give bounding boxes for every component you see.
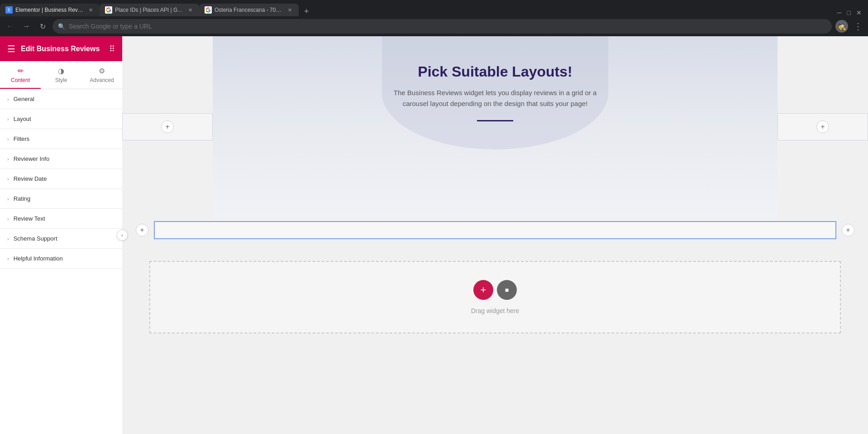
accordion-review-date: › Review Date (0, 169, 122, 189)
profile-button[interactable]: 🕵 (835, 20, 848, 33)
drop-zone[interactable]: + ■ Drag widget here (149, 261, 841, 333)
accordion-schema-support-arrow: › (7, 236, 9, 241)
accordion-helpful-info-arrow: › (7, 256, 9, 261)
accordion-layout-label: Layout (14, 116, 31, 122)
reload-button[interactable]: ↻ (36, 20, 49, 33)
style-tab-icon: ◑ (58, 67, 64, 75)
accordion-filters-label: Filters (14, 135, 29, 142)
tab-favicon-3 (205, 6, 212, 14)
accordion-review-date-label: Review Date (14, 175, 47, 182)
browser-chrome: E Elementor | Business Reviews ✕ Place I… (0, 0, 868, 36)
maximize-button[interactable]: □ (844, 9, 854, 16)
main-layout: ☰ Edit Business Reviews ⠿ ✏ Content ◑ St… (0, 36, 868, 434)
close-button[interactable]: ✕ (854, 9, 864, 16)
tab-title-1: Elementor | Business Reviews (15, 7, 84, 13)
tab-close-1[interactable]: ✕ (87, 6, 94, 14)
accordion-helpful-info: › Helpful Information (0, 249, 122, 269)
section-options-button[interactable]: ■ (497, 280, 517, 300)
content-tab-icon: ✏ (18, 67, 24, 75)
tab-close-2[interactable]: ✕ (186, 6, 194, 14)
accordion-rating-header[interactable]: › Rating (0, 189, 122, 208)
minimize-button[interactable]: ─ (835, 9, 844, 16)
accordion-layout: › Layout (0, 109, 122, 129)
left-col-add-button[interactable]: + (161, 121, 174, 133)
hero-divider (477, 120, 513, 121)
tab-style[interactable]: ◑ Style (41, 61, 81, 89)
accordion-review-text-header[interactable]: › Review Text (0, 209, 122, 228)
add-widget-button[interactable]: + (473, 280, 493, 300)
accordion-reviewer-info-label: Reviewer Info (14, 155, 49, 162)
accordion-review-date-header[interactable]: › Review Date (0, 169, 122, 188)
widget-row: + + (122, 217, 868, 243)
tab-content[interactable]: ✏ Content (0, 61, 41, 89)
drag-widget-label: Drag widget here (471, 307, 520, 314)
tab-favicon-2 (105, 6, 112, 14)
back-button[interactable]: ← (4, 20, 16, 33)
accordion-filters-arrow: › (7, 136, 9, 142)
url-input[interactable] (69, 23, 826, 30)
sidebar-collapse-button[interactable]: ‹ (117, 230, 128, 241)
browser-tabs: E Elementor | Business Reviews ✕ Place I… (0, 0, 868, 16)
accordion-general-header[interactable]: › General (0, 89, 122, 109)
widget-drop-area[interactable] (154, 221, 836, 239)
right-col-inner: + (777, 113, 868, 140)
browser-tab-3[interactable]: Osteria Francescana - 705 Photo... ✕ (199, 4, 299, 16)
tab-close-3[interactable]: ✕ (286, 6, 293, 14)
style-tab-label: Style (55, 77, 67, 83)
sidebar-title: Edit Business Reviews (21, 45, 104, 53)
accordion-rating-arrow: › (7, 196, 9, 202)
left-col-inner: + (122, 113, 213, 140)
accordion-helpful-info-label: Helpful Information (14, 255, 63, 262)
accordion-general-arrow: › (7, 96, 9, 102)
right-col-placeholder: + (777, 36, 868, 217)
sidebar-tabs: ✏ Content ◑ Style ⚙ Advanced (0, 61, 122, 89)
tab-advanced[interactable]: ⚙ Advanced (81, 61, 122, 89)
accordion-layout-arrow: › (7, 116, 9, 122)
browser-tab-1[interactable]: E Elementor | Business Reviews ✕ (0, 4, 100, 16)
drop-zone-section: + ■ Drag widget here (122, 243, 868, 352)
address-bar: 🔍 (52, 19, 832, 34)
accordion-schema-support-label: Schema Support (14, 235, 57, 242)
accordion-review-date-arrow: › (7, 176, 9, 182)
canvas: + Pick Suitable Layouts! The Business Re… (122, 36, 868, 434)
accordion-filters: › Filters (0, 129, 122, 149)
accordion-rating-label: Rating (14, 195, 31, 202)
new-tab-button[interactable]: + (300, 7, 313, 16)
forward-button[interactable]: → (20, 20, 33, 33)
advanced-tab-icon: ⚙ (99, 67, 105, 75)
content-tab-label: Content (11, 77, 30, 83)
window-controls: ─ □ ✕ (835, 9, 868, 16)
lock-icon: 🔍 (58, 23, 65, 30)
accordion-review-text-label: Review Text (14, 215, 45, 222)
sidebar: ☰ Edit Business Reviews ⠿ ✏ Content ◑ St… (0, 36, 122, 434)
accordion-helpful-info-header[interactable]: › Helpful Information (0, 249, 122, 268)
accordion-layout-header[interactable]: › Layout (0, 109, 122, 129)
accordion-reviewer-info-arrow: › (7, 156, 9, 162)
accordion-schema-support: › Schema Support (0, 229, 122, 249)
widget-row-left-add-button[interactable]: + (136, 224, 148, 236)
advanced-tab-label: Advanced (90, 77, 114, 83)
accordion-schema-support-header[interactable]: › Schema Support (0, 229, 122, 248)
accordion-review-text: › Review Text (0, 209, 122, 229)
right-col-add-button[interactable]: + (816, 121, 829, 133)
accordion-reviewer-info: › Reviewer Info (0, 149, 122, 169)
hero-section: Pick Suitable Layouts! The Business Revi… (213, 36, 777, 217)
menu-button[interactable]: ⋮ (852, 21, 864, 32)
hamburger-icon[interactable]: ☰ (7, 43, 15, 54)
tab-title-2: Place IDs | Places API | Googl... (115, 7, 184, 13)
tab-title-3: Osteria Francescana - 705 Photo... (215, 7, 283, 13)
accordion-rating: › Rating (0, 189, 122, 209)
hero-title: Pick Suitable Layouts! (231, 63, 759, 80)
grid-icon[interactable]: ⠿ (109, 44, 115, 54)
sidebar-header: ☰ Edit Business Reviews ⠿ (0, 36, 122, 61)
accordion-list: › General › Layout › Filters › Rev (0, 89, 122, 269)
hero-row: + Pick Suitable Layouts! The Business Re… (122, 36, 868, 217)
incognito-icon: 🕵 (837, 22, 846, 31)
browser-tab-2[interactable]: Place IDs | Places API | Googl... ✕ (100, 4, 199, 16)
drop-zone-buttons: + ■ (473, 280, 517, 300)
accordion-reviewer-info-header[interactable]: › Reviewer Info (0, 149, 122, 169)
canvas-content: + Pick Suitable Layouts! The Business Re… (122, 36, 868, 434)
widget-row-right-add-button[interactable]: + (842, 224, 854, 236)
accordion-filters-header[interactable]: › Filters (0, 129, 122, 149)
left-col-placeholder: + (122, 36, 213, 217)
